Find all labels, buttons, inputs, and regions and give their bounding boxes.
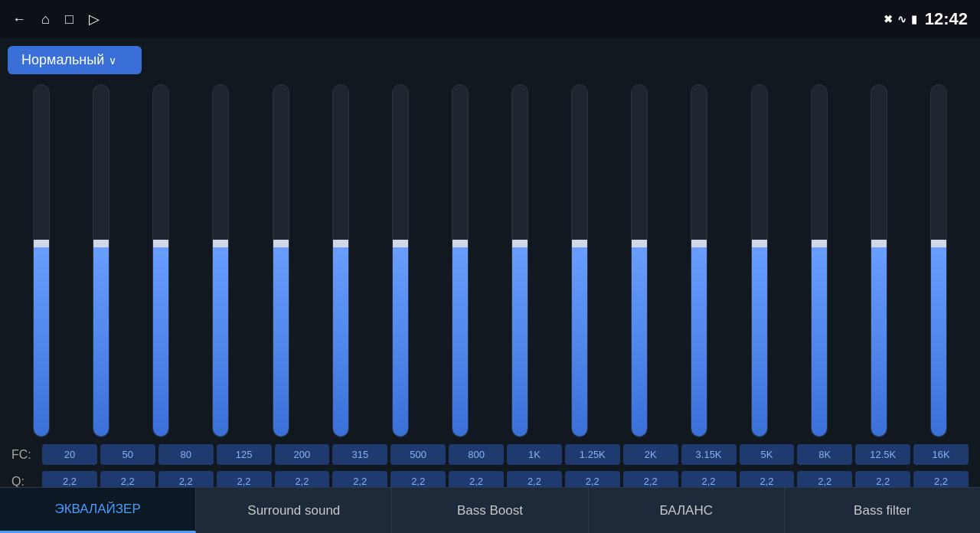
slider-track-12[interactable] [751, 84, 768, 437]
fc-button-13[interactable]: 8K [797, 444, 852, 465]
slider-track-5[interactable] [332, 84, 349, 437]
slider-track-14[interactable] [871, 84, 887, 437]
slider-fill-5 [333, 244, 348, 437]
home-icon[interactable]: ⌂ [41, 11, 50, 28]
slider-track-container-12[interactable] [730, 80, 789, 441]
slider-fill-7 [452, 244, 468, 437]
slider-handle-7[interactable] [452, 240, 469, 247]
slider-column-11 [669, 80, 729, 441]
slider-column-4 [251, 80, 311, 441]
slider-handle-10[interactable] [631, 240, 648, 247]
slider-track-container-1[interactable] [71, 80, 131, 441]
slider-track-4[interactable] [273, 84, 289, 437]
slider-track-container-8[interactable] [490, 80, 550, 441]
tab-filter[interactable]: Bass filter [785, 488, 980, 533]
slider-track-container-5[interactable] [311, 80, 371, 441]
slider-column-13 [789, 80, 849, 441]
tab-surround[interactable]: Surround sound [196, 488, 392, 533]
slider-track-container-9[interactable] [550, 80, 609, 441]
slider-track-container-3[interactable] [191, 80, 250, 441]
slider-handle-6[interactable] [392, 240, 409, 247]
slider-fill-10 [632, 244, 647, 437]
slider-column-6 [371, 80, 430, 441]
slider-handle-5[interactable] [332, 240, 349, 247]
fc-button-7[interactable]: 800 [449, 444, 504, 465]
slider-fill-4 [273, 244, 289, 437]
slider-handle-4[interactable] [273, 240, 289, 247]
slider-fill-1 [93, 244, 109, 437]
slider-fill-6 [393, 244, 408, 437]
slider-track-8[interactable] [511, 84, 528, 437]
slider-handle-11[interactable] [691, 240, 707, 247]
slider-track-container-6[interactable] [371, 80, 430, 441]
slider-column-14 [849, 80, 909, 441]
slider-track-6[interactable] [392, 84, 409, 437]
slider-track-container-2[interactable] [131, 80, 191, 441]
fc-button-3[interactable]: 125 [217, 444, 272, 465]
fc-button-9[interactable]: 1.25K [565, 444, 620, 465]
slider-handle-1[interactable] [93, 240, 109, 247]
eq-sliders-area [8, 80, 972, 441]
slider-column-3 [191, 80, 250, 441]
slider-track-container-15[interactable] [909, 80, 969, 441]
slider-track-container-10[interactable] [609, 80, 669, 441]
slider-track-13[interactable] [811, 84, 828, 437]
fc-button-14[interactable]: 12.5K [855, 444, 910, 465]
fc-button-10[interactable]: 2K [623, 444, 678, 465]
slider-track-container-14[interactable] [849, 80, 909, 441]
slider-track-3[interactable] [212, 84, 229, 437]
slider-track-7[interactable] [452, 84, 469, 437]
slider-fill-2 [153, 244, 168, 437]
slider-fill-0 [34, 244, 49, 437]
slider-fill-11 [691, 244, 707, 437]
fc-button-6[interactable]: 500 [390, 444, 446, 465]
slider-track-10[interactable] [631, 84, 648, 437]
slider-fill-14 [871, 244, 887, 437]
play-icon[interactable]: ▷ [89, 11, 100, 28]
slider-fill-12 [752, 244, 767, 437]
slider-track-container-7[interactable] [430, 80, 490, 441]
slider-handle-15[interactable] [930, 240, 947, 247]
slider-track-container-4[interactable] [251, 80, 311, 441]
slider-track-11[interactable] [691, 84, 707, 437]
fc-button-1[interactable]: 50 [100, 444, 155, 465]
slider-handle-8[interactable] [511, 240, 528, 247]
slider-track-2[interactable] [152, 84, 169, 437]
fc-button-15[interactable]: 16K [913, 444, 969, 465]
slider-handle-2[interactable] [152, 240, 169, 247]
tab-bass[interactable]: Bass Boost [392, 488, 588, 533]
fc-button-2[interactable]: 80 [158, 444, 214, 465]
slider-handle-0[interactable] [33, 240, 50, 247]
fc-button-8[interactable]: 1K [507, 444, 562, 465]
fc-button-5[interactable]: 315 [332, 444, 387, 465]
battery-icon: ▮ [911, 13, 917, 25]
slider-handle-12[interactable] [751, 240, 768, 247]
slider-track-1[interactable] [93, 84, 109, 437]
fc-button-11[interactable]: 3.15K [681, 444, 737, 465]
wifi-icon: ∿ [897, 13, 906, 25]
tab-balance[interactable]: БАЛАНС [589, 488, 785, 533]
fc-button-4[interactable]: 200 [275, 444, 330, 465]
slider-track-container-11[interactable] [669, 80, 729, 441]
slider-column-0 [11, 80, 71, 441]
slider-handle-14[interactable] [871, 240, 887, 247]
window-icon[interactable]: □ [65, 11, 74, 28]
slider-track-0[interactable] [33, 84, 50, 437]
tab-eq[interactable]: ЭКВАЛАЙЗЕР [0, 488, 196, 533]
slider-track-15[interactable] [930, 84, 947, 437]
fc-values: 2050801252003155008001K1.25K2K3.15K5K8K1… [42, 444, 969, 465]
fc-button-0[interactable]: 20 [42, 444, 97, 465]
slider-handle-9[interactable] [571, 240, 588, 247]
clock: 12:42 [925, 9, 968, 29]
slider-track-9[interactable] [571, 84, 588, 437]
slider-track-container-13[interactable] [789, 80, 849, 441]
preset-button[interactable]: Нормальный ∨ [8, 46, 142, 74]
slider-handle-13[interactable] [811, 240, 828, 247]
back-icon[interactable]: ← [12, 11, 26, 28]
fc-label: FC: [11, 448, 42, 462]
slider-column-12 [730, 80, 789, 441]
slider-column-8 [490, 80, 550, 441]
slider-track-container-0[interactable] [11, 80, 71, 441]
slider-handle-3[interactable] [212, 240, 229, 247]
fc-button-12[interactable]: 5K [740, 444, 795, 465]
